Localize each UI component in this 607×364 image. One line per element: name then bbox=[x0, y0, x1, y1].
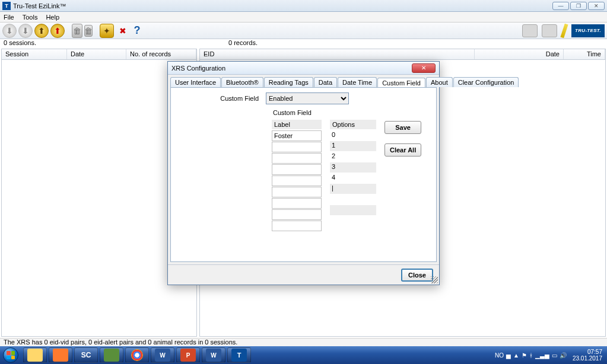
device2-icon bbox=[542, 24, 557, 37]
option-1[interactable]: 1 bbox=[330, 141, 376, 151]
label-input-1[interactable] bbox=[272, 142, 322, 152]
label-input-8[interactable] bbox=[272, 221, 322, 231]
option-2[interactable]: 2 bbox=[330, 152, 376, 162]
option-6[interactable] bbox=[330, 194, 376, 205]
taskbar-media[interactable] bbox=[49, 347, 72, 363]
taskbar-powerpoint[interactable]: P bbox=[176, 347, 200, 363]
col-session[interactable]: Session bbox=[2, 49, 67, 59]
dialog-title-bar[interactable]: XRS Configuration ✕ bbox=[168, 62, 439, 75]
options-column: Options 0 1 2 3 4 | bbox=[330, 120, 376, 232]
label-input-2[interactable] bbox=[272, 153, 322, 164]
download-alt-button[interactable]: ⬇ bbox=[18, 24, 33, 38]
option-5[interactable]: | bbox=[330, 184, 376, 194]
summary-row: 0 sessions. 0 records. bbox=[0, 39, 607, 47]
option-4[interactable]: 4 bbox=[330, 173, 376, 183]
dialog-title: XRS Configuration bbox=[171, 65, 225, 72]
taskbar-ezilink[interactable]: T bbox=[227, 347, 251, 363]
status-line-1: The XRS has 0 eid-vid pairs, 0 eid-alert… bbox=[0, 338, 607, 346]
taskbar-sc[interactable]: SC bbox=[74, 347, 98, 363]
tray-flag-icon: ▅ bbox=[506, 352, 511, 359]
upload-alert-button[interactable]: ⬆ bbox=[50, 24, 65, 38]
tray-action-center-icon[interactable]: ⚑ bbox=[522, 352, 527, 359]
save-button[interactable]: Save bbox=[384, 121, 421, 134]
main-toolbar: ⬇ ⬇ ⬆ ⬆ 🗑 🗑 ✦ ✖ ? TRU-TEST. bbox=[0, 23, 607, 39]
close-dialog-button[interactable]: Close bbox=[401, 269, 433, 282]
taskbar-minecraft[interactable] bbox=[100, 347, 123, 363]
records-header: EID Date Time bbox=[200, 49, 605, 60]
label-input-7[interactable] bbox=[272, 209, 322, 220]
custom-field-group-title: Custom Field bbox=[273, 109, 430, 116]
dialog-body: Custom Field Enabled Custom Field Label … bbox=[170, 87, 437, 262]
tab-date-time[interactable]: Date Time bbox=[338, 77, 377, 87]
menu-file[interactable]: File bbox=[4, 14, 14, 21]
tray-volume-icon[interactable]: 🔊 bbox=[560, 352, 567, 359]
tray-network-icon[interactable]: ▁▃▅ bbox=[535, 352, 549, 359]
tab-reading-tags[interactable]: Reading Tags bbox=[264, 77, 313, 87]
sessions-count: 0 sessions. bbox=[4, 39, 36, 47]
menu-tools[interactable]: Tools bbox=[23, 14, 38, 21]
option-7[interactable] bbox=[330, 205, 376, 215]
records-count: 0 records. bbox=[228, 39, 258, 47]
window-title-bar: T Tru-Test EziLink™ — ❐ ✕ bbox=[0, 0, 607, 12]
option-3[interactable]: 3 bbox=[330, 162, 376, 173]
custom-field-label: Custom Field bbox=[177, 95, 266, 102]
tab-user-interface[interactable]: User Interface bbox=[170, 77, 221, 87]
options-column-header: Options bbox=[330, 120, 376, 129]
tab-clear-configuration[interactable]: Clear Configuration bbox=[453, 77, 519, 87]
custom-field-select[interactable]: Enabled bbox=[266, 92, 349, 104]
label-input-3[interactable] bbox=[272, 164, 322, 175]
windows-taskbar: SC W P W T NO ▅ ▲ ⚑ ᚼ ▁▃▅ ▭ 🔊 07:57 23.0… bbox=[0, 346, 607, 364]
dialog-close-button[interactable]: ✕ bbox=[412, 63, 436, 73]
system-tray[interactable]: NO ▅ ▲ ⚑ ᚼ ▁▃▅ ▭ 🔊 07:57 23.01.2017 bbox=[495, 349, 603, 362]
option-8[interactable] bbox=[330, 216, 376, 226]
col-date2[interactable]: Date bbox=[475, 49, 564, 59]
delete-button[interactable]: 🗑 bbox=[72, 24, 82, 38]
tools-button[interactable]: ✖ bbox=[116, 24, 130, 38]
resize-grip[interactable] bbox=[431, 276, 438, 283]
upload-button[interactable]: ⬆ bbox=[34, 24, 49, 38]
taskbar-explorer[interactable] bbox=[23, 347, 47, 363]
tray-battery-icon[interactable]: ▭ bbox=[552, 352, 557, 359]
app-icon: T bbox=[2, 2, 11, 10]
sessions-header: Session Date No. of records bbox=[2, 49, 196, 60]
delete-mini-button[interactable]: 🗑 bbox=[84, 25, 93, 37]
dialog-tabstrip: User Interface Bluetooth® Reading Tags D… bbox=[168, 75, 439, 87]
clear-all-button[interactable]: Clear All bbox=[384, 143, 421, 157]
label-input-4[interactable] bbox=[272, 175, 322, 186]
maximize-button[interactable]: ❐ bbox=[570, 2, 587, 10]
xrs-config-dialog: XRS Configuration ✕ User Interface Bluet… bbox=[167, 61, 440, 285]
tab-custom-field[interactable]: Custom Field bbox=[377, 78, 425, 88]
settings-button[interactable]: ✦ bbox=[100, 24, 114, 38]
tray-bluetooth-icon[interactable]: ᚼ bbox=[529, 352, 533, 359]
col-time[interactable]: Time bbox=[564, 49, 605, 59]
tab-bluetooth[interactable]: Bluetooth® bbox=[221, 77, 263, 87]
tray-clock[interactable]: 07:57 23.01.2017 bbox=[573, 349, 602, 362]
label-column: Label bbox=[272, 120, 322, 232]
help-button[interactable]: ? bbox=[132, 24, 142, 38]
brand-logo: TRU-TEST. bbox=[571, 24, 605, 37]
minimize-button[interactable]: — bbox=[552, 2, 569, 10]
label-input-6[interactable] bbox=[272, 198, 322, 209]
col-date[interactable]: Date bbox=[67, 49, 126, 59]
dialog-footer: Close bbox=[168, 264, 439, 285]
window-title: Tru-Test EziLink™ bbox=[13, 2, 66, 9]
taskbar-word[interactable]: W bbox=[151, 347, 174, 363]
tray-lang[interactable]: NO bbox=[495, 352, 504, 359]
label-input-5[interactable] bbox=[272, 187, 322, 197]
tab-about[interactable]: About bbox=[426, 77, 453, 87]
taskbar-chrome[interactable] bbox=[125, 347, 149, 363]
col-eid[interactable]: EID bbox=[200, 49, 475, 59]
col-numrecords[interactable]: No. of records bbox=[126, 49, 196, 59]
menu-help[interactable]: Help bbox=[46, 14, 59, 21]
close-button[interactable]: ✕ bbox=[588, 2, 605, 10]
label-column-header: Label bbox=[272, 120, 322, 129]
label-input-0[interactable] bbox=[272, 130, 322, 141]
menu-bar: File Tools Help bbox=[0, 12, 607, 23]
download-button[interactable]: ⬇ bbox=[2, 24, 17, 38]
tray-up-icon[interactable]: ▲ bbox=[513, 352, 519, 359]
device-pen-icon bbox=[560, 23, 568, 38]
start-button[interactable] bbox=[0, 346, 21, 364]
tab-data[interactable]: Data bbox=[314, 77, 337, 87]
option-0[interactable]: 0 bbox=[330, 130, 376, 141]
taskbar-word2[interactable]: W bbox=[202, 347, 225, 363]
